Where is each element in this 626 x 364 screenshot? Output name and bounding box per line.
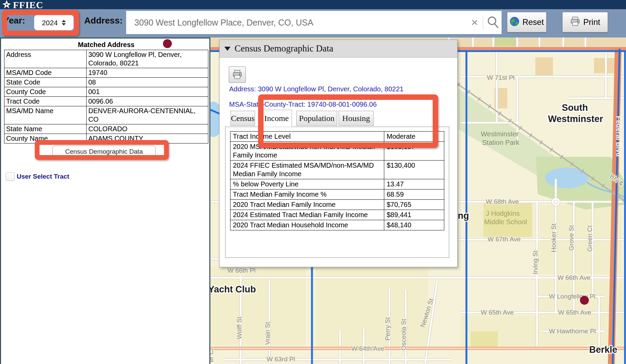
search-icon[interactable] bbox=[486, 15, 500, 31]
row-value: 19740 bbox=[87, 68, 208, 78]
street-label: W 66th Ave bbox=[557, 274, 591, 281]
street-label: W 65th Ave bbox=[558, 309, 591, 316]
row-label: Tract Income Level bbox=[230, 132, 384, 142]
reset-button-label: Reset bbox=[522, 17, 544, 27]
clear-icon[interactable]: × bbox=[468, 16, 481, 29]
street-label: Perry St bbox=[384, 317, 391, 340]
matched-address-table: Address3090 W Longfellow Pl, Denver, Col… bbox=[4, 50, 208, 143]
table-row: 2020 Tract Median Family Income$70,765 bbox=[230, 200, 444, 210]
street-label: W Hawthorne Pl bbox=[549, 328, 596, 335]
row-value: $103,157 bbox=[384, 142, 444, 161]
street-label: W 68th Ave bbox=[486, 198, 519, 205]
row-label: MSA/MD Code bbox=[4, 68, 87, 78]
census-demographic-popup: Census Demographic Data Address: 3090 W … bbox=[219, 40, 458, 267]
table-row: Address3090 W Longfellow Pl, Denver, Col… bbox=[4, 50, 208, 68]
street-label: Hooker St bbox=[550, 223, 557, 252]
row-value: COLORADO bbox=[87, 124, 208, 134]
user-select-tract-checkbox[interactable] bbox=[6, 172, 15, 181]
park-label: Station Park bbox=[482, 139, 520, 146]
table-row: MSA/MD Code19740 bbox=[4, 68, 208, 78]
street-label: W 65th Ave bbox=[481, 309, 514, 316]
street-label: W 67th Ave bbox=[488, 236, 521, 243]
popup-title: Census Demographic Data bbox=[235, 43, 333, 54]
school-label: Middle School bbox=[484, 218, 527, 226]
street-label: Green Ct bbox=[586, 225, 593, 252]
row-value: 08 bbox=[87, 78, 208, 87]
street-label: W 64th Ave bbox=[351, 345, 384, 352]
address-input-value: 3090 West Longfellow Place, Denver, CO, … bbox=[134, 11, 313, 34]
row-label: 2020 MSA/MD/statewide non-MSA/MD Median … bbox=[230, 142, 384, 161]
row-label: 2024 Estimated Tract Median Family Incom… bbox=[230, 210, 384, 220]
row-value: DENVER-AURORA-CENTENNIAL, CO bbox=[87, 106, 208, 124]
street-label: Vrain St bbox=[264, 322, 271, 345]
income-data-table: Tract Income LevelModerate2020 MSA/MD/st… bbox=[230, 131, 444, 230]
table-row: State Code08 bbox=[4, 78, 208, 87]
input-divider bbox=[483, 15, 483, 30]
city-label: South bbox=[562, 103, 588, 113]
tab-housing[interactable]: Housing bbox=[339, 111, 374, 126]
reset-button[interactable]: Reset bbox=[507, 12, 547, 32]
row-label: State Code bbox=[4, 78, 87, 87]
popup-header[interactable]: Census Demographic Data bbox=[220, 40, 457, 58]
printer-icon bbox=[232, 70, 242, 80]
table-row: % below Poverty Line13.47 bbox=[230, 179, 444, 189]
table-row: 2020 Tract Median Household Income$48,14… bbox=[230, 220, 444, 230]
row-label: 2020 Tract Median Household Income bbox=[230, 220, 384, 230]
street-label: Irving St bbox=[532, 250, 539, 274]
table-row: Tract Code0096.06 bbox=[4, 97, 208, 106]
row-value: $70,765 bbox=[384, 200, 444, 210]
address-label: Address: bbox=[84, 15, 123, 26]
matched-address-title: Matched Address bbox=[4, 41, 208, 49]
globe-icon bbox=[510, 17, 519, 28]
row-value: 001 bbox=[87, 87, 208, 97]
row-label: Tract Code bbox=[4, 97, 87, 106]
match-status-dot bbox=[163, 39, 172, 48]
street-label: W 63rd Pl bbox=[267, 355, 295, 363]
address-input[interactable]: 3090 West Longfellow Place, Denver, CO, … bbox=[126, 11, 502, 34]
ffiec-logo[interactable]: FFIEC bbox=[2, 0, 43, 10]
row-value: 68.59 bbox=[384, 189, 444, 200]
tab-population[interactable]: Population bbox=[296, 111, 337, 126]
row-value: $48,140 bbox=[384, 220, 444, 230]
street-label: W 71st Pl bbox=[487, 74, 515, 81]
street-label: Federal Blvd bbox=[615, 116, 623, 157]
tab-census[interactable]: Census bbox=[230, 111, 255, 126]
table-row: Tract Median Family Income %68.59 bbox=[230, 189, 444, 200]
year-select-value: 2024 bbox=[42, 19, 58, 27]
table-row: Tract Income LevelModerate bbox=[230, 132, 444, 142]
row-label: State Name bbox=[4, 124, 87, 134]
stepper-icon bbox=[62, 20, 66, 26]
collapse-caret-icon[interactable] bbox=[224, 47, 230, 51]
table-row: County Code001 bbox=[4, 87, 208, 97]
street-label: Grove St bbox=[568, 225, 575, 251]
print-button-label: Print bbox=[583, 17, 600, 27]
park-label: Westminster bbox=[481, 130, 519, 138]
popup-print-button[interactable] bbox=[229, 66, 246, 83]
poi-label: Yacht Club bbox=[210, 284, 256, 294]
street-label: Wolff St bbox=[236, 316, 243, 339]
census-demographic-data-button[interactable]: Census Demographic Data bbox=[52, 146, 156, 158]
row-label: 2020 Tract Median Family Income bbox=[230, 200, 384, 210]
row-value: ADAMS COUNTY bbox=[87, 134, 208, 143]
table-row: MSA/MD NameDENVER-AURORA-CENTENNIAL, CO bbox=[4, 106, 208, 124]
school-label: J Hodgkins bbox=[486, 210, 520, 217]
address-marker-dot bbox=[580, 296, 589, 305]
city-label: Berkle bbox=[589, 345, 617, 355]
row-label: MSA/MD Name bbox=[4, 106, 87, 124]
year-select[interactable]: 2024 bbox=[34, 15, 74, 30]
popup-msa-tract-link[interactable]: MSA-State-County-Tract: 19740-08-001-009… bbox=[229, 101, 377, 108]
table-row: 2024 FFIEC Estimated MSA/MD/non-MSA/MD M… bbox=[230, 161, 444, 179]
row-value: $130,400 bbox=[384, 161, 444, 179]
row-label: County Code bbox=[4, 87, 87, 97]
row-label: County Name bbox=[4, 134, 87, 143]
popup-address-link[interactable]: Address: 3090 W Longfellow Pl, Denver, C… bbox=[229, 85, 403, 93]
row-label: % below Poverty Line bbox=[230, 179, 384, 189]
row-value: 0096.06 bbox=[87, 97, 208, 106]
top-navbar bbox=[0, 0, 626, 9]
matched-address-panel: Matched Address Address3090 W Longfellow… bbox=[0, 37, 210, 364]
table-row: 2020 MSA/MD/statewide non-MSA/MD Median … bbox=[230, 142, 444, 161]
tab-income[interactable]: Income bbox=[261, 110, 292, 127]
street-label: Osceola St bbox=[400, 319, 407, 351]
street-label: er Ct bbox=[210, 348, 214, 362]
print-button[interactable]: Print bbox=[562, 12, 608, 32]
